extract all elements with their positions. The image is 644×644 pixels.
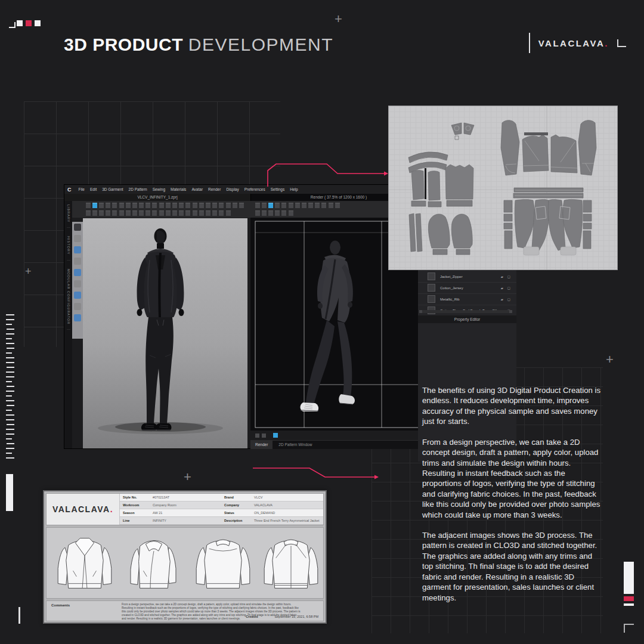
toolbar-icon[interactable] bbox=[226, 203, 231, 208]
menu-materials[interactable]: Materials bbox=[171, 187, 186, 191]
toolbar-icon[interactable] bbox=[172, 210, 177, 216]
toolbar-icon[interactable] bbox=[262, 203, 267, 208]
mini-toolbar-icon-active[interactable] bbox=[273, 433, 278, 438]
menu-display[interactable]: Display bbox=[226, 187, 239, 191]
tab-library[interactable]: LIBRARY bbox=[67, 205, 70, 228]
toolbar-icon[interactable] bbox=[185, 210, 190, 216]
toolbar-icon[interactable] bbox=[172, 203, 177, 208]
toolbar-icon[interactable] bbox=[139, 203, 144, 208]
clo3d-app-icon[interactable]: C bbox=[67, 187, 72, 193]
toolbar-icon[interactable] bbox=[289, 210, 293, 216]
toolbar-icon[interactable] bbox=[119, 210, 124, 216]
toolbar-icon[interactable] bbox=[112, 203, 117, 208]
layer-row[interactable]: Jacket_Zipper ▰ ▢ bbox=[418, 271, 516, 283]
toolbar-icon[interactable] bbox=[145, 203, 150, 208]
tab-render[interactable]: Render bbox=[250, 441, 273, 449]
tab-2d-pattern-window[interactable]: 2D Pattern Window bbox=[273, 441, 318, 449]
viewport-tool-icon[interactable] bbox=[74, 314, 81, 321]
toolbar-icon[interactable] bbox=[99, 210, 104, 216]
mini-toolbar-icon[interactable] bbox=[255, 434, 259, 438]
property-editor-header[interactable]: Property Editor bbox=[418, 315, 516, 323]
toolbar-icon[interactable] bbox=[268, 203, 273, 208]
toolbar-icon[interactable] bbox=[132, 203, 137, 208]
menu-render[interactable]: Render bbox=[208, 187, 221, 191]
toolbar-icon[interactable] bbox=[206, 203, 210, 208]
toolbar-icon[interactable] bbox=[106, 210, 110, 216]
toolbar-icon[interactable] bbox=[145, 210, 150, 216]
toolbar-icon[interactable] bbox=[193, 203, 197, 208]
toolbar-icon[interactable] bbox=[112, 210, 117, 216]
menu-avatar[interactable]: Avatar bbox=[191, 187, 203, 191]
menu-edit[interactable]: Edit bbox=[90, 187, 97, 191]
viewport-tool-icon[interactable] bbox=[74, 292, 81, 299]
toolbar-icon[interactable] bbox=[92, 210, 97, 216]
toolbar-icon[interactable] bbox=[295, 203, 300, 208]
toolbar-icon[interactable] bbox=[281, 203, 286, 208]
clone-icon[interactable]: ▰ bbox=[501, 286, 503, 290]
toolbar-icon[interactable] bbox=[159, 210, 164, 216]
toolbar-icon[interactable] bbox=[126, 210, 131, 216]
menu-preferences[interactable]: Preferences bbox=[244, 187, 265, 191]
toolbar-icon[interactable] bbox=[281, 210, 286, 216]
mini-toolbar-icon[interactable] bbox=[262, 434, 266, 438]
horizontal-scrollbar[interactable] bbox=[419, 310, 512, 313]
toolbar-icon[interactable] bbox=[262, 210, 267, 216]
delete-icon[interactable]: ▢ bbox=[507, 298, 510, 301]
toolbar-icon[interactable] bbox=[219, 210, 224, 216]
menu-2d-pattern[interactable]: 2D Pattern bbox=[129, 187, 147, 191]
toolbar-icon[interactable] bbox=[308, 203, 313, 208]
menu-help[interactable]: Help bbox=[290, 187, 298, 191]
toolbar-icon[interactable] bbox=[239, 203, 244, 208]
toolbar-icon[interactable] bbox=[289, 203, 293, 208]
toolbar-icon[interactable] bbox=[255, 210, 260, 216]
toolbar-icon[interactable] bbox=[199, 210, 204, 216]
toolbar-icon[interactable] bbox=[166, 203, 171, 208]
viewport-tool-icon[interactable] bbox=[74, 280, 81, 287]
toolbar-icon[interactable] bbox=[166, 210, 171, 216]
menu-3d-garment[interactable]: 3D Garment bbox=[102, 187, 123, 191]
toolbar-icon[interactable] bbox=[302, 203, 306, 208]
toolbar-icon[interactable] bbox=[275, 210, 280, 216]
viewport-tool-icon[interactable] bbox=[74, 269, 81, 276]
viewport-tool-icon[interactable] bbox=[74, 224, 81, 231]
toolbar-icon[interactable] bbox=[159, 203, 164, 208]
clone-icon[interactable]: ▰ bbox=[501, 298, 503, 301]
viewport-tool-icon[interactable] bbox=[74, 303, 81, 310]
toolbar-icon[interactable] bbox=[152, 210, 157, 216]
toolbar-icon[interactable] bbox=[206, 210, 210, 216]
tab-modular-configurator[interactable]: MODULAR CONFIGURATOR bbox=[67, 269, 70, 330]
toolbar-icon[interactable] bbox=[86, 203, 91, 208]
toolbar-icon[interactable] bbox=[268, 210, 273, 216]
toolbar-icon[interactable] bbox=[106, 203, 110, 208]
viewport-3d[interactable] bbox=[83, 218, 247, 448]
toolbar-icon[interactable] bbox=[152, 203, 157, 208]
toolbar-icon[interactable] bbox=[212, 210, 217, 216]
viewport-tool-icon[interactable] bbox=[74, 258, 81, 265]
delete-icon[interactable]: ▢ bbox=[507, 286, 510, 290]
toolbar-icon[interactable] bbox=[185, 203, 190, 208]
toolbar-icon[interactable] bbox=[126, 203, 131, 208]
toolbar-icon[interactable] bbox=[92, 203, 97, 208]
layer-row[interactable]: Metallic_Rib ▰ ▢ bbox=[418, 293, 516, 305]
toolbar-icon[interactable] bbox=[86, 210, 91, 216]
toolbar-icon[interactable] bbox=[99, 203, 104, 208]
viewport-tool-icon[interactable] bbox=[74, 246, 81, 253]
menu-sewing[interactable]: Sewing bbox=[153, 187, 165, 191]
toolbar-icon[interactable] bbox=[321, 203, 326, 208]
toolbar-icon[interactable] bbox=[315, 203, 320, 208]
toolbar-icon[interactable] bbox=[179, 203, 184, 208]
toolbar-icon[interactable] bbox=[219, 203, 224, 208]
viewport-tool-icon[interactable] bbox=[74, 235, 81, 242]
layer-row[interactable]: Cotton_Jersey ▰ ▢ bbox=[418, 282, 516, 294]
toolbar-icon[interactable] bbox=[233, 203, 237, 208]
toolbar-icon[interactable] bbox=[179, 210, 184, 216]
clone-icon[interactable]: ▰ bbox=[501, 275, 503, 278]
toolbar-icon[interactable] bbox=[132, 210, 137, 216]
toolbar-icon[interactable] bbox=[119, 203, 124, 208]
toolbar-icon[interactable] bbox=[275, 203, 280, 208]
tab-history[interactable]: HISTORY bbox=[67, 236, 70, 260]
delete-icon[interactable]: ▢ bbox=[507, 275, 510, 278]
toolbar-icon[interactable] bbox=[255, 203, 260, 208]
toolbar-icon[interactable] bbox=[139, 210, 144, 216]
toolbar-icon[interactable] bbox=[335, 203, 340, 208]
